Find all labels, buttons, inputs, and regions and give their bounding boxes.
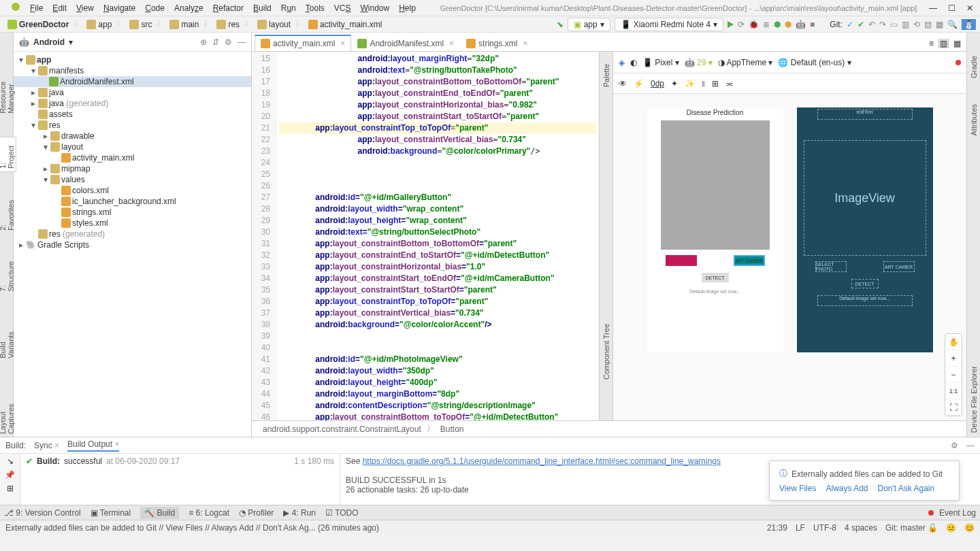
view-split-icon[interactable]: ▥ — [938, 39, 949, 48]
stop-icon[interactable]: ■ — [810, 20, 815, 29]
sync-icon[interactable]: ⟲ — [913, 20, 920, 29]
status-face2[interactable]: 😊 — [964, 523, 975, 533]
git-commit-icon[interactable]: ✔ — [858, 20, 864, 29]
crumb-layout[interactable]: layout — [254, 18, 294, 31]
android-bug-icon[interactable]: 🤖 — [796, 20, 806, 29]
sdk-icon[interactable]: ▥ — [902, 20, 909, 29]
bb-todo[interactable]: ☑ TODO — [325, 508, 359, 518]
guideline-icon[interactable]: ⊞ — [712, 79, 719, 88]
filter-icon[interactable]: ⇵ — [212, 37, 219, 47]
editor-tab-manifest[interactable]: AndroidManifest.xml× — [351, 35, 460, 51]
bb-profiler[interactable]: ◔ Profiler — [239, 508, 274, 518]
apply-changes-icon[interactable]: ⟳ — [738, 20, 745, 29]
error-badge[interactable] — [956, 60, 961, 65]
blueprint-surface[interactable]: editText ImageView SELECT PHOTOART CAMER… — [797, 107, 933, 352]
git-history-icon[interactable]: ↶ — [868, 20, 875, 29]
run-config-combo[interactable]: ▣app ▾ — [568, 18, 610, 31]
tree-manifest[interactable]: AndroidManifest.xml — [14, 76, 251, 87]
crumb-app[interactable]: app — [83, 18, 115, 31]
menu-run[interactable]: Run — [277, 2, 300, 14]
menu-vcs[interactable]: VCS — [330, 2, 355, 14]
zoom-in-button[interactable]: + — [945, 350, 962, 367]
tab-resource-manager[interactable]: Resource Manager — [0, 53, 16, 116]
menu-code[interactable]: Code — [141, 2, 169, 14]
search-icon[interactable]: 🔍 — [947, 20, 958, 29]
chain-icon[interactable]: ⫘ — [725, 79, 734, 88]
git-update-icon[interactable]: ✓ — [847, 20, 853, 29]
tab-gradle[interactable]: Gradle — [969, 53, 979, 81]
status-pos[interactable]: 21:39 — [767, 523, 787, 533]
build-tab-output[interactable]: Build Output × — [67, 439, 119, 452]
maximize-button[interactable]: ☐ — [948, 3, 956, 13]
status-face1[interactable]: 😐 — [946, 523, 956, 533]
close-button[interactable]: ✕ — [966, 3, 973, 13]
menu-view[interactable]: View — [72, 2, 98, 14]
tab-component-tree[interactable]: Component Tree — [602, 321, 611, 382]
magic-icon[interactable]: ✨ — [685, 79, 695, 88]
menu-window[interactable]: Window — [356, 2, 393, 14]
build-filter-icon[interactable]: ↘ — [7, 456, 14, 466]
user-icon[interactable]: ⛄ — [962, 19, 976, 30]
close-icon[interactable]: × — [340, 39, 345, 48]
design-device[interactable]: 📱 Pixel ▾ — [642, 58, 679, 67]
tab-build-variants[interactable]: Build Variants — [0, 314, 16, 361]
pan-icon[interactable]: ✋ — [945, 334, 962, 350]
menu-file[interactable]: FFileile — [26, 2, 47, 14]
editor-tab-strings[interactable]: strings.xml× — [460, 35, 534, 51]
status-branch[interactable]: Git: master 🔓 — [885, 523, 938, 533]
crumb-res[interactable]: res — [213, 18, 243, 31]
status-enc[interactable]: UTF-8 — [813, 523, 836, 533]
tab-attributes[interactable]: Attributes — [969, 101, 979, 138]
tab-device-file-explorer[interactable]: Device File Explorer — [969, 363, 979, 435]
build-tab-sync[interactable]: Sync × — [34, 441, 59, 450]
build-gear-icon[interactable]: ⚙ — [951, 441, 958, 450]
toggle-icon[interactable]: ⚡ — [634, 79, 644, 88]
bb-terminal[interactable]: ▣ Terminal — [91, 508, 131, 518]
crumb-layout-child[interactable]: Button — [440, 424, 464, 434]
align-icon[interactable]: ⫴ — [702, 79, 705, 88]
design-theme[interactable]: ◑ AppTheme ▾ — [718, 58, 773, 67]
run-button[interactable] — [728, 21, 734, 28]
crumb-file[interactable]: activity_main.xml — [305, 18, 385, 31]
target-icon[interactable]: ⊕ — [200, 37, 207, 47]
bb-build[interactable]: 🔨 Build — [140, 507, 179, 519]
bb-logcat[interactable]: ≡ 6: Logcat — [189, 508, 229, 518]
bb-eventlog[interactable]: Event Log — [939, 508, 976, 518]
hammer-icon[interactable]: ⬊ — [557, 20, 564, 29]
toast-view-files[interactable]: View Files — [779, 484, 816, 493]
toast-dont-ask[interactable]: Don't Ask Again — [878, 484, 935, 493]
code-editor[interactable]: android:layout_marginRight="32dp" androi… — [276, 52, 599, 420]
menu-analyze[interactable]: Analyze — [170, 2, 208, 14]
tab-structure[interactable]: 7: Structure — [0, 254, 16, 294]
view-code-icon[interactable]: ≡ — [929, 39, 934, 48]
tab-project[interactable]: 1: Project — [0, 137, 16, 172]
git-revert-icon[interactable]: ↷ — [879, 20, 886, 29]
status-lf[interactable]: LF — [796, 523, 805, 533]
margin-combo[interactable]: 0dp — [651, 79, 664, 88]
menu-navigate[interactable]: Navigate — [99, 2, 140, 14]
view-design-icon[interactable]: ▦ — [953, 39, 961, 48]
hide-icon[interactable]: — — [238, 37, 246, 47]
build-output[interactable]: See https://docs.gradle.org/5.1.1/usergu… — [340, 454, 980, 505]
crumb-main[interactable]: main — [166, 18, 202, 31]
bb-vcs[interactable]: ⎇ 9: Version Control — [4, 508, 81, 518]
design-eye-icon[interactable]: ◈ — [619, 58, 625, 67]
menu-edit[interactable]: Edit — [48, 2, 71, 14]
build-pin-icon[interactable]: 📌 — [5, 470, 15, 480]
design-orient-icon[interactable]: ◐ — [630, 58, 637, 67]
tab-palette[interactable]: Palette — [602, 61, 611, 90]
zoom-fit-button[interactable]: 1:1 — [945, 383, 962, 399]
build-hide-icon[interactable]: — — [966, 441, 975, 450]
zoom-out-button[interactable]: − — [945, 367, 962, 383]
menu-build[interactable]: Build — [249, 2, 276, 14]
design-api[interactable]: 🤖 29 ▾ — [685, 58, 713, 67]
project-scope[interactable]: Android — [33, 37, 65, 47]
crumb-src[interactable]: src — [126, 18, 155, 31]
menu-help[interactable]: Help — [395, 2, 420, 14]
coverage-icon[interactable]: ⬢ — [774, 20, 781, 29]
more2-icon[interactable]: ▦ — [936, 20, 943, 29]
tree-activity-main[interactable]: activity_main.xml — [14, 152, 251, 163]
menu-tools[interactable]: Tools — [301, 2, 329, 14]
crumb-layout-root[interactable]: android.support.constraint.ConstraintLay… — [263, 424, 421, 434]
tab-layout-captures[interactable]: Layout Captures — [0, 382, 16, 437]
